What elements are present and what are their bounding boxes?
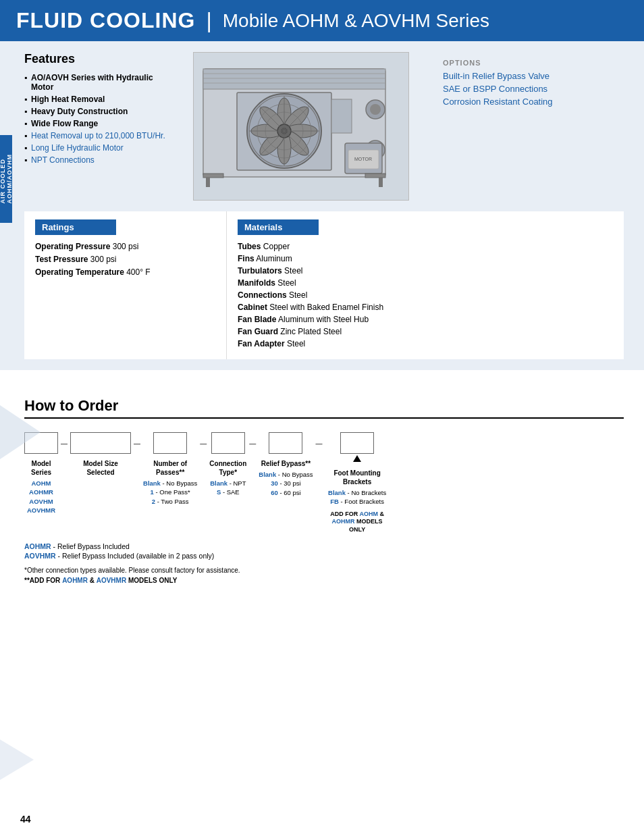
material-row-fan-guard: Fan Guard Zinc Plated Steel	[238, 327, 613, 336]
relief-60-desc: - 60 psi	[278, 489, 301, 496]
relief-30-desc: - 30 psi	[278, 479, 301, 487]
spec-value-operating-temp: 400° F	[126, 267, 150, 277]
header-subtitle: Mobile AOHM & AOVHM Series	[223, 10, 489, 32]
relief-blank-desc: - No Bypass	[276, 471, 313, 478]
arrow-up-icon	[353, 455, 361, 462]
option-item-3: Corrosion Resistant Coating	[443, 97, 624, 107]
asterisk-add-label: **ADD FOR	[24, 577, 62, 584]
relief-60: 60	[271, 489, 278, 496]
note-aovhmr-label: AOVHMR	[24, 552, 56, 560]
dash-2: –	[131, 436, 143, 450]
foot-blank-desc: - No Brackets	[346, 489, 386, 496]
page-header: FLUID COOLING | Mobile AOHM & AOVHM Seri…	[0, 0, 644, 41]
order-model-series-wrapper: ModelSeries AOHM AOHMR AOVHM AOVHMR	[24, 432, 58, 515]
model-aohmr: AOHMR	[29, 488, 53, 496]
asterisk-models-only: MODELS ONLY	[128, 577, 177, 584]
order-label-passes: Number ofPasses**	[153, 459, 187, 477]
sidebar-label: AIR COOLEDAOHM/AOVHM	[0, 135, 12, 223]
spec-row-test-pressure: Test Pressure 300 psi	[35, 255, 215, 264]
spec-label-test-pressure: Test Pressure	[35, 255, 88, 264]
spec-value-test-pressure: 300 psi	[90, 255, 117, 264]
conn-blank-desc: - NPT	[227, 479, 246, 487]
asterisk-note-2: **ADD FOR AOHMR & AOVHMR MODELS ONLY	[24, 577, 624, 584]
asterisk-text-1: *Other connection types available. Pleas…	[24, 567, 240, 574]
order-sub-relief: Blank - No Bypass 30 - 30 psi 60 - 60 ps…	[259, 470, 313, 497]
asterisk-aohmr: AOHMR	[62, 577, 88, 584]
order-box-relief	[269, 432, 302, 454]
material-row-tubes: Tubes Copper	[238, 242, 613, 251]
order-passes-wrapper: Number ofPasses** Blank - No Bypass 1 - …	[143, 432, 197, 506]
order-model-size-wrapper: Model Size Selected	[70, 432, 131, 477]
material-row-fins: Fins Aluminum	[238, 254, 613, 263]
svg-rect-24	[331, 99, 352, 133]
asterisk-aovhmr: AOVHMR	[97, 577, 126, 584]
options-column: OPTIONS Built-in Relief Bypass Valve SAE…	[429, 52, 624, 109]
spec-label-operating-pressure: Operating Pressure	[35, 242, 110, 251]
passes-1-desc: - One Pass*	[154, 488, 190, 496]
how-to-order-section: How to Order ModelSeries AOHM AOHMR AOVH…	[0, 397, 644, 598]
notes-section: AOHMR - Relief Bypass Included AOVHMR - …	[24, 542, 624, 560]
bg-decoration-bottom	[0, 739, 34, 780]
features-column: Features AO/AOVH Series with Hydraulic M…	[24, 52, 173, 167]
header-fluid-label: FLUID COOLING	[16, 8, 195, 33]
options-list: Built-in Relief Bypass Valve SAE or BSPP…	[443, 71, 624, 107]
foot-fb: FB	[330, 498, 339, 505]
header-divider: |	[206, 8, 211, 33]
order-label-model-size: Model Size Selected	[70, 459, 131, 477]
top-section: Features AO/AOVH Series with Hydraulic M…	[24, 52, 624, 201]
order-box-connection	[211, 432, 245, 454]
spec-row-operating-pressure: Operating Pressure 300 psi	[35, 242, 215, 251]
product-image: MOTOR	[193, 52, 409, 201]
page-number: 44	[20, 814, 31, 825]
materials-header: Materials	[238, 219, 319, 235]
passes-2-desc: - Two Pass	[155, 498, 188, 505]
model-aovhmr: AOVHMR	[27, 506, 55, 514]
svg-point-26	[370, 104, 381, 115]
asterisk-ampersand: &	[90, 577, 97, 584]
relief-blank: Blank	[259, 471, 276, 478]
dash-4: –	[246, 436, 259, 450]
features-title: Features	[24, 52, 173, 66]
order-label-foot-mounting: Foot MountingBrackets	[333, 469, 380, 486]
material-row-turbulators: Turbulators Steel	[238, 266, 613, 276]
passes-blank-desc: - No Bypass	[161, 479, 197, 487]
svg-rect-1	[203, 69, 385, 89]
specs-section: Ratings Operating Pressure 300 psi Test …	[24, 211, 624, 359]
note-aovhmr-text: - Relief Bypass Included (available in 2…	[58, 552, 215, 560]
order-box-model-size	[70, 432, 131, 454]
order-label-connection: ConnectionType*	[209, 459, 246, 477]
foot-add-note: ADD FOR AOHM & AOHMR MODELS ONLY	[325, 511, 390, 534]
spec-value-operating-pressure: 300 psi	[113, 242, 139, 251]
note-aohmr-label: AOHMR	[24, 542, 51, 550]
product-svg: MOTOR	[196, 55, 406, 197]
order-foot-mounting-wrapper: Foot MountingBrackets Blank - No Bracket…	[325, 432, 390, 534]
order-box-passes	[153, 432, 187, 454]
feature-item-3: Heavy Duty Construction	[24, 107, 173, 116]
dash-3: –	[197, 436, 209, 450]
relief-30: 30	[271, 479, 278, 487]
order-label-model-series: ModelSeries	[31, 459, 51, 477]
material-row-manifolds: Manifolds Steel	[238, 278, 613, 288]
conn-blank: Blank	[210, 479, 227, 487]
svg-rect-34	[206, 178, 210, 187]
material-row-fan-blade: Fan Blade Aluminum with Steel Hub	[238, 315, 613, 324]
note-aohmr-text: - Relief Bypass Included	[53, 542, 130, 550]
how-to-order-title: How to Order	[24, 397, 624, 419]
svg-rect-33	[365, 174, 385, 178]
feature-item-1: AO/AOVH Series with Hydraulic Motor	[24, 73, 173, 92]
feature-item-4: Wide Flow Range	[24, 119, 173, 128]
order-diagram: ModelSeries AOHM AOHMR AOVHM AOVHMR – Mo…	[24, 432, 624, 534]
material-row-connections: Connections Steel	[238, 290, 613, 300]
conn-s-desc: - SAE	[221, 488, 239, 496]
model-aovhm: AOVHM	[29, 498, 53, 505]
order-connection-wrapper: ConnectionType* Blank - NPT S - SAE	[209, 432, 246, 497]
option-item-1: Built-in Relief Bypass Valve	[443, 71, 624, 81]
options-title: OPTIONS	[443, 59, 624, 67]
svg-rect-35	[379, 178, 383, 187]
asterisk-note-1: *Other connection types available. Pleas…	[24, 567, 624, 574]
svg-text:MOTOR: MOTOR	[354, 157, 372, 161]
ratings-column: Ratings Operating Pressure 300 psi Test …	[24, 211, 227, 359]
main-content-area: Features AO/AOVH Series with Hydraulic M…	[0, 41, 644, 370]
foot-add-aohmr: AOHMR	[332, 518, 355, 525]
order-sub-foot-mounting: Blank - No Brackets FB - Foot Brackets	[328, 488, 386, 506]
